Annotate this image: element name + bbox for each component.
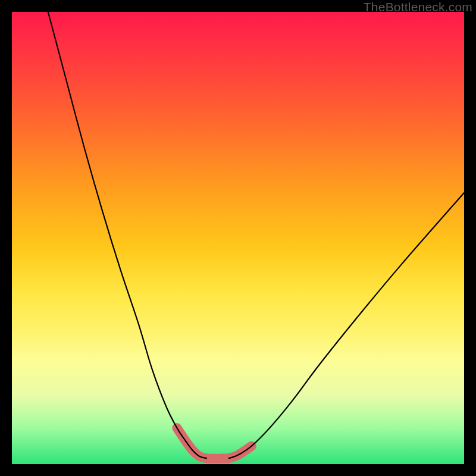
chart-svg xyxy=(12,12,464,464)
right-curve-path xyxy=(229,193,464,458)
left-curve-path xyxy=(48,12,206,458)
chart-frame xyxy=(12,12,464,464)
